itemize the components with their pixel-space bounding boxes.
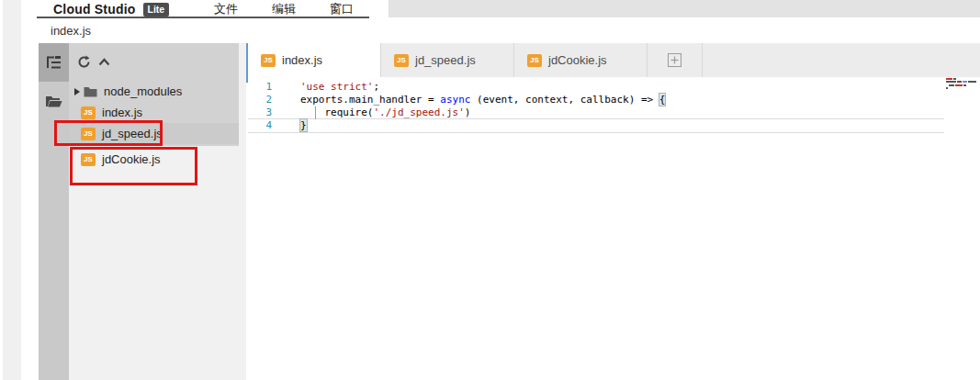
window-title-bar: index.js — [21, 18, 980, 43]
minimap-line — [946, 81, 956, 83]
string-literal: 'use strict' — [300, 81, 373, 93]
annotation-box-jdcookie — [70, 147, 197, 185]
code-text: ) — [465, 106, 471, 118]
activity-bar — [39, 43, 69, 380]
tab-label: jd_speed.js — [415, 53, 476, 67]
line-number: 2 — [248, 94, 285, 106]
minimap-line — [953, 78, 956, 80]
minimap-line — [957, 81, 962, 83]
menu-file[interactable]: 文件 — [202, 1, 250, 17]
explorer-panel: node_modules JS index.js JS jd_speed.js … — [69, 43, 246, 380]
indent-guide — [315, 106, 316, 119]
editor-focus-indicator — [246, 43, 248, 83]
tab-label: jdCookie.js — [548, 53, 607, 67]
new-tab-button[interactable] — [648, 43, 703, 77]
menu-bar-right-fill — [389, 0, 980, 17]
editor-group: JS index.js JS jd_speed.js JS jdCookie.j… — [248, 43, 980, 380]
code-line-2: exports.main_handler = async (event, con… — [300, 94, 665, 106]
js-file-icon: JS — [394, 54, 409, 67]
js-file-icon: JS — [81, 106, 96, 119]
tab-index-js[interactable]: JS index.js — [248, 43, 381, 77]
minimap-line — [946, 87, 948, 89]
minimap-line — [968, 81, 976, 83]
app-brand: Cloud Studio Lite — [53, 1, 169, 17]
js-file-icon: JS — [527, 54, 542, 67]
minimap-line — [949, 84, 954, 86]
refresh-icon[interactable] — [77, 55, 91, 69]
collapse-all-icon[interactable] — [98, 58, 110, 66]
app-title: Cloud Studio — [53, 2, 136, 17]
menu-items: 文件 编辑 窗口 — [202, 0, 376, 17]
open-folder-button[interactable] — [39, 82, 69, 120]
tab-bar: JS index.js JS jd_speed.js JS jdCookie.j… — [248, 43, 980, 77]
tab-jd-speed-js[interactable]: JS jd_speed.js — [381, 43, 514, 77]
code-line-3: require('./jd_speed.js') — [300, 106, 665, 119]
code-text: (event, context, callback) => — [470, 94, 659, 106]
code-editor[interactable]: 1 2 3 4 'use strict'; exports.main_handl… — [248, 77, 980, 380]
matched-bracket: { — [659, 94, 666, 106]
tab-label: index.js — [282, 53, 322, 67]
new-tab-icon — [668, 53, 681, 67]
code-text: exports.main_handler = — [300, 94, 440, 106]
folder-icon — [84, 86, 97, 97]
annotation-box-jd-speed — [54, 120, 163, 146]
minimap-line — [963, 84, 966, 86]
string-literal: './jd_speed.js' — [373, 106, 464, 118]
code-text: ; — [373, 81, 379, 93]
code-line-1: 'use strict'; — [300, 81, 665, 94]
minimap-line — [946, 78, 952, 80]
minimap[interactable] — [944, 77, 980, 132]
matched-bracket: } — [300, 119, 307, 131]
keyword: async — [440, 94, 470, 106]
js-file-icon: JS — [261, 54, 276, 67]
line-number: 4 — [248, 119, 285, 132]
code-lines: 'use strict'; exports.main_handler = asy… — [300, 81, 665, 132]
line-number: 1 — [248, 81, 285, 94]
minimap-line — [955, 84, 963, 86]
collapsed-panel-strip — [3, 0, 21, 380]
expand-arrow-icon[interactable] — [74, 88, 80, 95]
menu-bar: Cloud Studio Lite 文件 编辑 窗口 — [21, 0, 980, 18]
open-folder-icon — [45, 95, 62, 108]
tree-item-node-modules[interactable]: node_modules — [69, 81, 239, 102]
line-number-gutter: 1 2 3 4 — [248, 81, 285, 132]
tree-item-label: node_modules — [104, 84, 182, 98]
menu-window[interactable]: 窗口 — [318, 1, 366, 17]
explorer-view-button[interactable] — [39, 43, 69, 82]
menu-edit[interactable]: 编辑 — [260, 1, 308, 17]
code-line-4: } — [300, 119, 665, 132]
active-file-title: index.js — [51, 18, 91, 43]
file-tree-icon — [46, 55, 62, 70]
line-number: 3 — [248, 106, 285, 119]
explorer-toolbar — [69, 43, 239, 71]
tree-item-label: index.js — [102, 106, 142, 119]
minimap-line — [963, 81, 967, 83]
lite-badge: Lite — [143, 3, 170, 17]
tab-jdcookie-js[interactable]: JS jdCookie.js — [514, 43, 648, 77]
code-text: require( — [300, 106, 373, 118]
